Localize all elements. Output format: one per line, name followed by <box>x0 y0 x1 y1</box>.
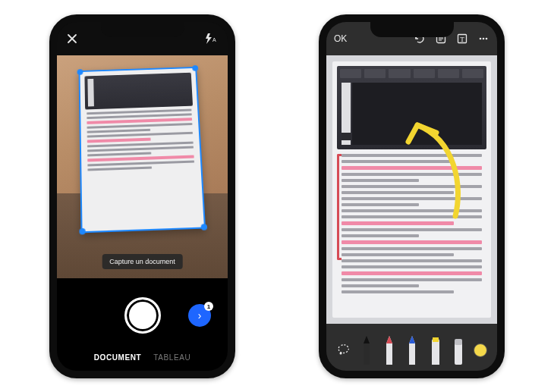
doc-preview-body <box>87 108 194 171</box>
ok-button[interactable]: OK <box>334 33 347 44</box>
crop-handle-tr[interactable] <box>192 65 198 71</box>
phone-scanner: A <box>49 14 235 378</box>
svg-point-5 <box>483 37 485 39</box>
svg-point-4 <box>480 37 482 39</box>
next-button[interactable]: › 1 <box>188 304 211 327</box>
highlighter-tool[interactable] <box>428 334 443 366</box>
text-tool-icon[interactable]: T <box>456 33 468 45</box>
phone-editor: OK T <box>319 14 505 378</box>
device-notch <box>370 20 454 37</box>
editor-toolbar <box>326 324 497 371</box>
device-notch <box>101 20 184 37</box>
shutter-button[interactable] <box>124 297 161 334</box>
chevron-right-icon: › <box>198 310 202 321</box>
svg-text:A: A <box>212 37 216 42</box>
svg-point-7 <box>340 352 342 354</box>
pen-black-tool[interactable] <box>359 334 374 366</box>
close-icon[interactable] <box>66 33 78 45</box>
svg-point-6 <box>486 37 488 39</box>
svg-rect-10 <box>455 339 462 345</box>
lasso-tool[interactable] <box>336 342 351 357</box>
red-bracket-annotation <box>337 154 342 260</box>
color-swatch <box>474 343 487 357</box>
eraser-tool[interactable] <box>451 334 466 366</box>
svg-rect-8 <box>433 337 439 342</box>
crop-handle-tl[interactable] <box>77 69 83 75</box>
scanner-bottom-bar: › 1 DOCUMENT TABLEAU <box>57 278 228 371</box>
color-picker[interactable] <box>474 343 487 366</box>
page-app-header <box>337 66 486 149</box>
more-icon[interactable] <box>477 33 489 45</box>
crop-handle-bl[interactable] <box>79 227 85 234</box>
svg-rect-9 <box>455 342 462 365</box>
camera-viewport[interactable]: Capture un document <box>57 55 228 278</box>
pen-blue-tool[interactable] <box>404 334 420 366</box>
mode-document[interactable]: DOCUMENT <box>94 353 142 362</box>
document-crop-frame[interactable] <box>79 66 206 232</box>
pen-red-tool[interactable] <box>382 334 397 366</box>
scanned-page <box>332 61 491 318</box>
capture-mode-tabs: DOCUMENT TABLEAU <box>94 353 191 371</box>
mode-tableau[interactable]: TABLEAU <box>153 353 190 362</box>
capture-count-badge: 1 <box>204 302 213 311</box>
doc-preview-header <box>84 72 193 109</box>
editor-canvas[interactable] <box>326 55 497 324</box>
capture-hint: Capture un document <box>102 254 183 269</box>
svg-text:T: T <box>460 35 464 42</box>
page-text-body <box>342 154 482 293</box>
flash-auto-icon[interactable]: A <box>203 33 219 45</box>
crop-handle-br[interactable] <box>201 224 208 230</box>
